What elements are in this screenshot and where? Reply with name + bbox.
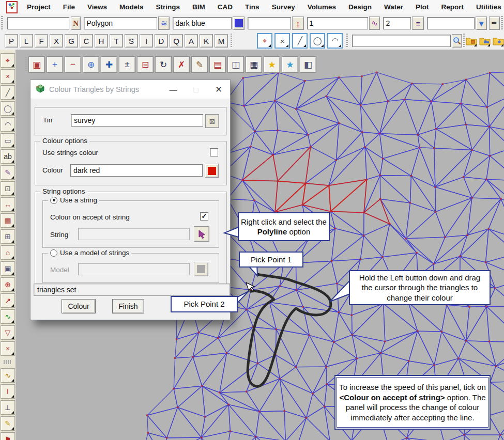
maximize-icon[interactable]: □ — [185, 80, 207, 99]
snap-arc[interactable]: ◠ — [327, 33, 343, 49]
snap-line[interactable]: ╱ — [292, 33, 308, 49]
toolbar-grip[interactable] — [1, 16, 3, 30]
cad-letter-button[interactable]: P — [5, 34, 18, 48]
menu-item[interactable]: Project — [21, 3, 57, 11]
tin-picker-button[interactable]: ⊠ — [205, 114, 219, 128]
toolbar-grip[interactable] — [231, 34, 232, 48]
half-view-button[interactable]: ◧ — [300, 56, 316, 73]
menu-item[interactable]: Report — [435, 3, 470, 11]
pan-button[interactable]: ✚ — [101, 56, 117, 73]
eyedropper-button[interactable]: ✒ — [489, 17, 500, 30]
breakline-button[interactable]: ∿ — [369, 17, 380, 30]
cad-letter-button[interactable]: G — [65, 34, 78, 48]
point-symbol-icon[interactable]: ⊡ — [1, 181, 15, 196]
cad-letter-button[interactable]: L — [20, 34, 33, 48]
cad-letter-button[interactable]: M — [215, 34, 228, 48]
menu-item[interactable]: Strings — [150, 3, 187, 11]
edit-notes-icon[interactable]: ✎ — [1, 416, 15, 431]
dialog-title-bar[interactable]: 12 Colour Triangles by Strings — □ ✕ — [30, 80, 230, 99]
colour-on-accept-checkbox[interactable] — [200, 212, 208, 221]
menu-item[interactable]: CAD — [211, 3, 239, 11]
minimize-icon[interactable]: — — [162, 80, 185, 99]
edit-points-icon[interactable]: ✎ — [1, 165, 15, 180]
view-copy-icon[interactable]: ⊞ — [1, 229, 15, 244]
snap-point[interactable]: ⌖ — [257, 33, 272, 49]
colour-button[interactable]: Colour — [62, 299, 96, 313]
toolbar-grip[interactable] — [346, 34, 347, 48]
survey-instrument-icon[interactable]: ⟂ — [1, 400, 15, 415]
shield-polygon-icon[interactable]: ▽ — [1, 325, 15, 340]
open-folder-button[interactable] — [493, 35, 504, 47]
rotate-view-button[interactable]: ↻ — [155, 56, 172, 73]
menu-item[interactable]: Tins — [239, 3, 266, 11]
side-toolbar-grip[interactable] — [4, 360, 12, 364]
model-pick-button[interactable] — [194, 262, 208, 276]
snap-cross[interactable]: × — [274, 33, 290, 49]
view-toolbar-grip[interactable] — [25, 57, 27, 72]
height-field[interactable] — [248, 17, 291, 29]
copy-view-button[interactable]: ◫ — [227, 56, 244, 73]
close-icon[interactable]: ✕ — [207, 80, 230, 99]
cad-letter-button[interactable]: I — [140, 34, 153, 48]
toolbar-grip[interactable] — [501, 16, 503, 30]
colour-field[interactable] — [173, 17, 232, 29]
menu-item[interactable]: Design — [342, 3, 378, 11]
text-style-icon[interactable]: I — [1, 384, 15, 399]
create-rectangle-icon[interactable]: ▭ — [1, 133, 15, 148]
use-a-string-radio[interactable] — [50, 197, 57, 204]
line-weight-button[interactable]: ≡ — [412, 17, 424, 30]
plot-windows-button[interactable]: ▣ — [28, 56, 45, 73]
use-model-radio[interactable] — [50, 249, 57, 257]
favourite-star-blue-button[interactable]: ★ — [282, 56, 298, 73]
restyle-brush-button[interactable]: ✎ — [191, 56, 208, 73]
models-grid-button[interactable]: ▦ — [246, 56, 262, 73]
section-flag-icon[interactable]: ⚑ — [1, 432, 15, 440]
dropdown-button[interactable]: ▼ — [476, 17, 487, 30]
plot-print-button[interactable]: ▤ — [209, 56, 226, 73]
create-text-icon[interactable]: ab — [1, 149, 15, 164]
cad-letter-button[interactable]: Q — [170, 34, 183, 48]
create-point-icon[interactable]: ⌖ — [1, 53, 15, 68]
name-box-button[interactable]: N — [71, 17, 81, 30]
cad-letter-button[interactable]: X — [50, 34, 63, 48]
menu-item[interactable]: Water — [378, 3, 409, 11]
open-project-folder-button[interactable] — [479, 35, 491, 47]
use-strings-colour-checkbox[interactable] — [210, 148, 218, 156]
linestyle-list-button[interactable]: ≋ — [158, 17, 170, 30]
string-input[interactable] — [78, 228, 190, 240]
menu-item[interactable]: File — [57, 3, 81, 11]
image-insert-icon[interactable]: ▣ — [1, 261, 15, 276]
menu-item[interactable]: Survey — [266, 3, 301, 11]
cad-letter-button[interactable]: D — [155, 34, 168, 48]
cad-letter-button[interactable]: S — [125, 34, 138, 48]
cad-letter-button[interactable]: K — [200, 34, 213, 48]
zoom-in-button[interactable]: + — [47, 56, 63, 73]
name-field[interactable] — [7, 17, 69, 29]
tinable-field[interactable] — [427, 17, 475, 29]
weight-field[interactable] — [307, 17, 368, 29]
favourite-star-yellow-button[interactable]: ★ — [264, 56, 280, 73]
grid-create-icon[interactable]: ▦ — [1, 213, 15, 228]
colour-string-icon[interactable]: ∿ — [1, 309, 15, 324]
delete-points-icon[interactable]: × — [1, 341, 15, 356]
menu-item[interactable]: Plot — [409, 3, 435, 11]
measure-icon[interactable]: ↔ — [1, 197, 15, 212]
create-circle-icon[interactable]: ◯ — [1, 101, 15, 116]
menu-item[interactable]: Utilities — [470, 3, 504, 11]
fit-extents-button[interactable]: ⊕ — [83, 56, 99, 73]
polygon-create-icon[interactable]: ⌂ — [1, 245, 15, 260]
cad-letter-button[interactable]: F — [35, 34, 48, 48]
colour-swatch-button[interactable] — [205, 164, 219, 178]
cad-letter-button[interactable]: A — [185, 34, 198, 48]
create-line-icon[interactable]: ╱ — [1, 85, 15, 100]
join-points-icon[interactable]: × — [1, 69, 15, 84]
z-value-button[interactable]: ↨ — [292, 17, 304, 30]
menu-item[interactable]: Models — [113, 3, 150, 11]
zoom-out-button[interactable]: − — [65, 56, 81, 73]
snap-circle[interactable]: ◯ — [310, 33, 325, 49]
translate-icon[interactable]: ⊕ — [1, 277, 15, 292]
shrink-button[interactable]: ⊟ — [137, 56, 154, 73]
append-point-icon[interactable]: ↗ — [1, 293, 15, 308]
cad-letter-button[interactable]: H — [95, 34, 108, 48]
open-model-folder-button[interactable] — [466, 35, 477, 47]
